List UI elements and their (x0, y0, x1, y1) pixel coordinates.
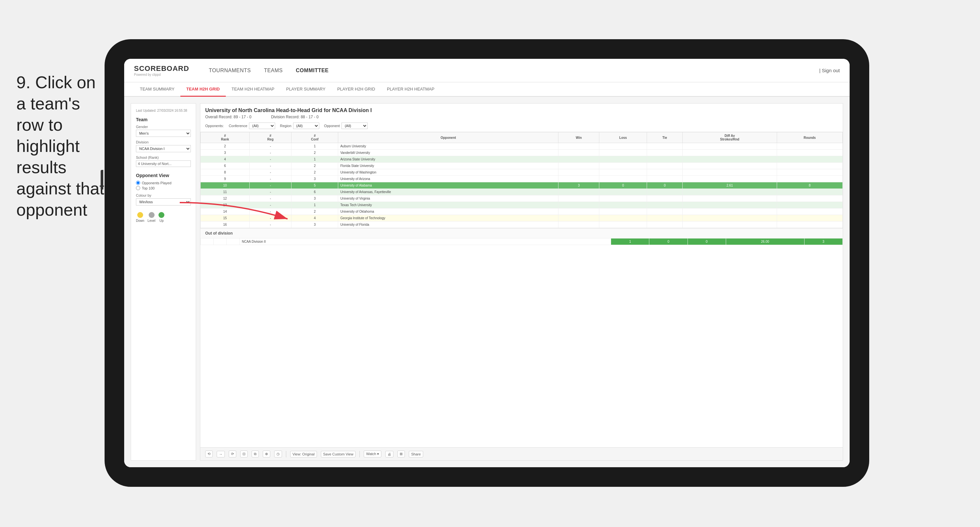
h2h-table: #Rank #Reg #Conf Opponent Win Loss Tie D… (200, 132, 843, 228)
division-record-label: Division Record: 88 - 17 - 0 (271, 115, 318, 119)
sidebar-gender-select[interactable]: Men's (136, 130, 191, 137)
redo-btn[interactable]: → (216, 451, 225, 457)
level-color-circle (149, 212, 154, 218)
conference-select[interactable]: (All) (249, 123, 275, 129)
out-of-division-label: Out of division (200, 228, 843, 238)
watch-btn[interactable]: Watch ▾ (364, 451, 381, 457)
table-row[interactable]: 12-3University of Virginia (200, 195, 843, 202)
sidebar-opponents-played-option[interactable]: Opponents Played (136, 181, 191, 185)
tab-team-summary[interactable]: TEAM SUMMARY (134, 82, 180, 97)
col-rounds: Rounds (777, 132, 842, 143)
nav-links: TOURNAMENTS TEAMS COMMITTEE (209, 68, 806, 73)
tab-team-h2h-grid[interactable]: TEAM H2H GRID (180, 82, 226, 97)
out-of-division-table: NCAA Division II 1 0 0 26.00 3 (200, 238, 843, 245)
instruction-text: 9. Click on a team's row to highlight re… (16, 72, 108, 221)
sidebar-colour-by-select[interactable]: Win/loss (136, 198, 191, 205)
sidebar-team-label: Team (136, 117, 191, 122)
share-btn[interactable]: Share (409, 451, 423, 457)
tablet-screen: SCOREBOARD Powered by clippd TOURNAMENTS… (124, 59, 850, 467)
table-row[interactable]: 6-2Florida State University (200, 163, 843, 169)
col-rank: #Rank (200, 132, 250, 143)
sidebar-school-input[interactable] (136, 161, 191, 167)
col-reg: #Reg (250, 132, 291, 143)
grid-records: Overall Record: 89 - 17 - 0 Division Rec… (205, 115, 838, 119)
sidebar-gender-label: Gender (136, 125, 191, 129)
grid-area: University of North Carolina Head-to-Hea… (200, 103, 843, 461)
table-row[interactable]: 13-1Texas Tech University (200, 202, 843, 209)
undo-btn[interactable]: ⟲ (205, 451, 213, 457)
save-custom-view-btn[interactable]: Save Custom View (321, 451, 356, 457)
legend-down: Down (136, 212, 145, 223)
tab-player-h2h-heatmap[interactable]: PLAYER H2H HEATMAP (381, 82, 440, 97)
data-table: #Rank #Reg #Conf Opponent Win Loss Tie D… (200, 132, 843, 447)
opponent-filter-label: Opponent (324, 124, 340, 128)
up-color-circle (159, 212, 164, 218)
table-row[interactable]: 4-1Arizona State University (200, 156, 843, 163)
tablet-side-button (101, 170, 103, 189)
table-row[interactable]: 11-6University of Arkansas, Fayetteville (200, 189, 843, 195)
table-header-row: #Rank #Reg #Conf Opponent Win Loss Tie D… (200, 132, 843, 143)
last-updated: Last Updated: 27/03/2024 16:55:38 (136, 108, 191, 113)
out-of-division-row[interactable]: NCAA Division II 1 0 0 26.00 3 (200, 239, 843, 245)
nav-teams[interactable]: TEAMS (264, 68, 283, 73)
nav-tournaments[interactable]: TOURNAMENTS (209, 68, 251, 73)
col-diff: Diff AvStrokes/Rnd (682, 132, 777, 143)
tab-team-h2h-heatmap[interactable]: TEAM H2H HEATMAP (226, 82, 280, 97)
layout-btn[interactable]: ⊞ (397, 451, 405, 457)
main-content: Last Updated: 27/03/2024 16:55:38 Team G… (124, 97, 850, 467)
bottom-toolbar: ⟲ → ⟳ ⊡ ⧉ ⊕ ◷ View: Original Save Custom… (200, 447, 843, 460)
col-tie: Tie (647, 132, 682, 143)
logo-subtitle: Powered by clippd (134, 73, 189, 76)
table-row[interactable]: 10-5University of Alabama3002.618 (200, 182, 843, 189)
sidebar-opponent-radio-group: Opponents Played Top 100 (136, 181, 191, 190)
table-row[interactable]: 3-2Vanderbilt University (200, 150, 843, 156)
opponent-select[interactable]: (All) (342, 123, 368, 129)
view-original-btn[interactable]: View: Original (290, 451, 317, 457)
filter-row: Opponents: Conference (All) Region (All) (205, 123, 838, 129)
table-row[interactable]: 14-2University of Oklahoma (200, 209, 843, 215)
logo-area: SCOREBOARD Powered by clippd (134, 64, 189, 76)
sidebar-division-select[interactable]: NCAA Division I (136, 145, 191, 152)
sidebar-top100-option[interactable]: Top 100 (136, 186, 191, 190)
table-row[interactable]: 8-2University of Washington (200, 169, 843, 176)
sidebar-school-label: School (Rank) (136, 156, 191, 159)
ood-label: NCAA Division II (240, 239, 611, 245)
sidebar-division-label: Division (136, 140, 191, 144)
tablet-frame: SCOREBOARD Powered by clippd TOURNAMENTS… (105, 39, 869, 487)
nav-committee[interactable]: COMMITTEE (296, 68, 329, 73)
grid-header: University of North Carolina Head-to-Hea… (200, 103, 843, 132)
ood-win: 1 (611, 239, 649, 245)
opponent-filter-group: Opponent (All) (324, 123, 368, 129)
conference-label: Conference (229, 124, 247, 128)
region-select[interactable]: (All) (293, 123, 319, 129)
table-row[interactable]: 16-3University of Florida (200, 221, 843, 228)
logo-title: SCOREBOARD (134, 64, 189, 73)
print-btn[interactable]: 🖨 (385, 451, 393, 457)
ood-tie: 0 (687, 239, 726, 245)
col-conf: #Conf (291, 132, 338, 143)
table-row[interactable]: 9-3University of Arizona (200, 176, 843, 182)
color-legend: Down Level Up (136, 212, 191, 223)
top-nav: SCOREBOARD Powered by clippd TOURNAMENTS… (124, 59, 850, 82)
ood-rounds: 3 (804, 239, 842, 245)
sidebar-opponent-view-label: Opponent View (136, 173, 191, 178)
ood-diff: 26.00 (726, 239, 804, 245)
table-row[interactable]: 15-4Georgia Institute of Technology (200, 215, 843, 221)
time-btn[interactable]: ◷ (274, 451, 282, 457)
opponents-filter-label: Opponents: (205, 124, 224, 128)
sign-out-link[interactable]: | Sign out (819, 68, 840, 73)
refresh-btn[interactable]: ⟳ (229, 451, 236, 457)
region-label: Region (280, 124, 291, 128)
tab-player-summary[interactable]: PLAYER SUMMARY (280, 82, 331, 97)
sub-nav: TEAM SUMMARY TEAM H2H GRID TEAM H2H HEAT… (124, 82, 850, 97)
legend-level: Level (148, 212, 156, 223)
tab-player-h2h-grid[interactable]: PLAYER H2H GRID (331, 82, 381, 97)
grid-btn[interactable]: ⊡ (240, 451, 248, 457)
table-row[interactable]: 2-1Auburn University (200, 143, 843, 150)
sidebar: Last Updated: 27/03/2024 16:55:38 Team G… (131, 103, 196, 461)
toolbar-sep-2 (360, 451, 360, 457)
add-btn[interactable]: ⊕ (263, 451, 270, 457)
copy-btn[interactable]: ⧉ (251, 451, 259, 457)
down-color-circle (137, 212, 143, 218)
col-opponent: Opponent (338, 132, 558, 143)
